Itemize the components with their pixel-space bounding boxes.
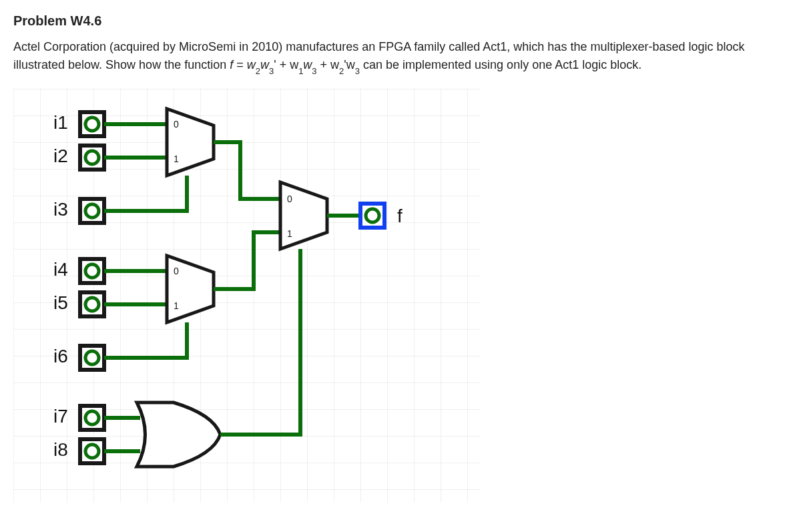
svg-text:f: f xyxy=(397,206,403,226)
svg-rect-40 xyxy=(360,204,384,228)
svg-rect-19 xyxy=(80,406,104,430)
mux-out: 0 1 xyxy=(280,182,327,249)
text-after: can be implemented using only one Act1 l… xyxy=(363,58,641,71)
act1-diagram: i1 i2 i3 i4 i5 i6 i7 i8 xyxy=(13,89,481,503)
svg-rect-1 xyxy=(80,112,104,136)
problem-text: Actel Corporation (acquired by MicroSemi… xyxy=(13,38,788,75)
mux-top: 0 1 xyxy=(167,109,214,176)
input-i6[interactable]: i6 xyxy=(53,346,104,370)
or-gate xyxy=(137,403,220,467)
svg-text:i8: i8 xyxy=(53,439,68,460)
input-i4[interactable]: i4 xyxy=(53,259,104,283)
input-i7[interactable]: i7 xyxy=(53,406,104,430)
mux-bottom: 0 1 xyxy=(167,256,214,322)
svg-text:i4: i4 xyxy=(53,259,68,280)
svg-text:i7: i7 xyxy=(53,406,68,427)
svg-text:i3: i3 xyxy=(53,199,68,220)
svg-text:i6: i6 xyxy=(53,346,68,366)
svg-marker-36 xyxy=(280,182,327,249)
output-f[interactable]: f xyxy=(360,204,403,228)
expr-eq: = xyxy=(236,58,247,71)
svg-rect-16 xyxy=(80,346,104,370)
svg-text:1: 1 xyxy=(287,228,292,239)
expr-w1: w xyxy=(247,58,256,71)
svg-rect-7 xyxy=(80,199,104,223)
expr-lhs: f xyxy=(230,58,233,71)
svg-text:i5: i5 xyxy=(53,292,68,313)
svg-text:0: 0 xyxy=(174,119,179,129)
svg-text:1: 1 xyxy=(174,300,179,311)
svg-text:0: 0 xyxy=(287,194,292,204)
svg-text:1: 1 xyxy=(174,154,179,164)
input-i3[interactable]: i3 xyxy=(53,199,104,223)
input-i8[interactable]: i8 xyxy=(53,439,104,463)
svg-rect-4 xyxy=(80,146,104,170)
svg-text:i2: i2 xyxy=(53,146,68,166)
svg-rect-22 xyxy=(80,439,104,463)
svg-text:i1: i1 xyxy=(53,112,68,133)
svg-rect-10 xyxy=(80,259,104,283)
input-i5[interactable]: i5 xyxy=(53,292,104,316)
input-i1[interactable]: i1 xyxy=(53,112,104,136)
input-i2[interactable]: i2 xyxy=(53,146,104,170)
problem-title: Problem W4.6 xyxy=(13,13,788,29)
svg-rect-13 xyxy=(80,292,104,316)
svg-text:0: 0 xyxy=(174,266,179,276)
